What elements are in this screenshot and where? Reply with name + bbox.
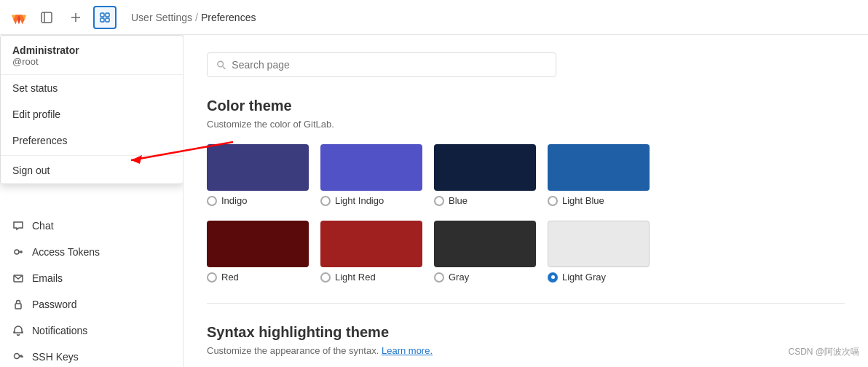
color-theme-title: Color theme [207,98,845,114]
user-dropdown-menu: Administrator @root Set status Edit prof… [0,35,184,184]
dropdown-header: Administrator @root [1,36,183,75]
radio-red[interactable] [207,272,217,283]
sidebar-item-notifications-label: Notifications [32,325,87,336]
notifications-icon [12,324,25,337]
section-divider [207,303,845,304]
breadcrumb-separator: / [195,12,198,23]
svg-rect-6 [100,18,104,22]
color-label-light-indigo: Light Indigo [335,195,384,206]
emails-icon [12,272,25,285]
color-label-red: Red [221,272,239,283]
color-swatch-indigo[interactable] [207,144,309,191]
color-swatch-red[interactable] [207,221,309,267]
grid-btn[interactable] [93,6,117,29]
search-icon [216,60,226,70]
color-label-indigo: Indigo [221,195,247,206]
svg-rect-12 [15,304,21,309]
edit-profile-item[interactable]: Edit profile [1,101,183,127]
sidebar-item-emails-label: Emails [32,272,63,284]
sidebar-item-access-tokens-label: Access Tokens [32,246,100,258]
learn-more-link[interactable]: Learn more. [382,345,433,356]
ssh-keys-icon [12,350,25,363]
syntax-theme-subtitle: Customize the appearance of the syntax. … [207,345,845,356]
svg-point-8 [15,250,19,254]
preferences-item[interactable]: Preferences [1,127,183,154]
color-label-light-gray: Light Gray [562,272,606,283]
radio-gray[interactable] [434,272,444,283]
color-option-blue: Blue [434,144,536,206]
sidebar-item-chat-label: Chat [32,220,54,232]
svg-rect-0 [42,12,52,23]
dropdown-handle: @root [12,56,171,67]
color-option-light-indigo: Light Indigo [320,144,422,206]
search-bar [207,52,556,77]
sidebar-item-notifications[interactable]: Notifications [0,317,183,344]
search-input[interactable] [232,59,547,71]
svg-point-13 [15,354,20,359]
radio-light-red[interactable] [320,272,331,283]
watermark: CSDN @阿波次嗝 [788,346,859,358]
color-option-gray: Gray [434,221,536,283]
color-swatch-gray[interactable] [434,221,536,267]
sidebar-nav: Chat Access Tokens [0,210,183,367]
color-option-light-gray: Light Gray [548,221,650,283]
color-label-gray: Gray [449,272,469,283]
syntax-theme-title: Syntax highlighting theme [207,324,845,341]
main-content: Color theme Customize the color of GitLa… [184,35,868,367]
color-swatch-blue[interactable] [434,144,536,191]
sidebar-item-ssh-keys[interactable]: SSH Keys [0,344,183,367]
gitlab-logo[interactable] [9,7,29,28]
chat-icon [12,219,25,232]
color-label-blue: Blue [449,195,467,206]
color-option-red: Red [207,221,309,283]
sidebar-item-access-tokens[interactable]: Access Tokens [0,239,183,265]
color-option-indigo: Indigo [207,144,309,206]
radio-light-blue[interactable] [548,196,558,206]
color-theme-subtitle: Customize the color of GitLab. [207,119,845,130]
new-item-btn[interactable] [64,6,87,29]
dropdown-divider [1,155,183,156]
svg-rect-4 [100,13,104,17]
sidebar-item-emails[interactable]: Emails [0,265,183,291]
color-option-light-blue: Light Blue [548,144,650,206]
sidebar-item-ssh-keys-label: SSH Keys [32,351,79,363]
radio-light-indigo[interactable] [320,196,331,206]
color-swatch-light-indigo[interactable] [320,144,422,191]
sidebar: Administrator @root Set status Edit prof… [0,35,184,367]
radio-light-gray[interactable] [548,272,558,283]
breadcrumb-current: Preferences [201,12,256,23]
color-label-light-red: Light Red [335,272,376,283]
color-swatch-light-red[interactable] [320,221,422,267]
dropdown-username: Administrator [12,44,171,56]
sidebar-item-password[interactable]: Password [0,291,183,317]
sign-out-item[interactable]: Sign out [1,157,183,184]
top-nav: User Settings / Preferences [0,0,868,35]
color-option-light-red: Light Red [320,221,422,283]
svg-line-22 [223,66,225,68]
svg-rect-7 [106,18,109,22]
svg-rect-5 [106,13,109,17]
password-icon [12,298,25,311]
color-swatch-light-blue[interactable] [548,144,650,191]
svg-point-21 [218,61,224,67]
radio-blue[interactable] [434,196,444,206]
sidebar-item-password-label: Password [32,299,76,310]
color-swatch-light-gray[interactable] [548,221,650,267]
layout: Administrator @root Set status Edit prof… [0,35,868,367]
access-tokens-icon [12,245,25,259]
radio-indigo[interactable] [207,196,217,206]
breadcrumb-parent[interactable]: User Settings [131,12,192,23]
color-label-light-blue: Light Blue [562,195,604,206]
color-theme-grid: Indigo Light Indigo Blue [207,144,845,283]
sidebar-item-chat[interactable]: Chat [0,213,183,239]
breadcrumb: User Settings / Preferences [131,12,256,23]
set-status-item[interactable]: Set status [1,75,183,101]
sidebar-toggle-btn[interactable] [35,6,58,29]
